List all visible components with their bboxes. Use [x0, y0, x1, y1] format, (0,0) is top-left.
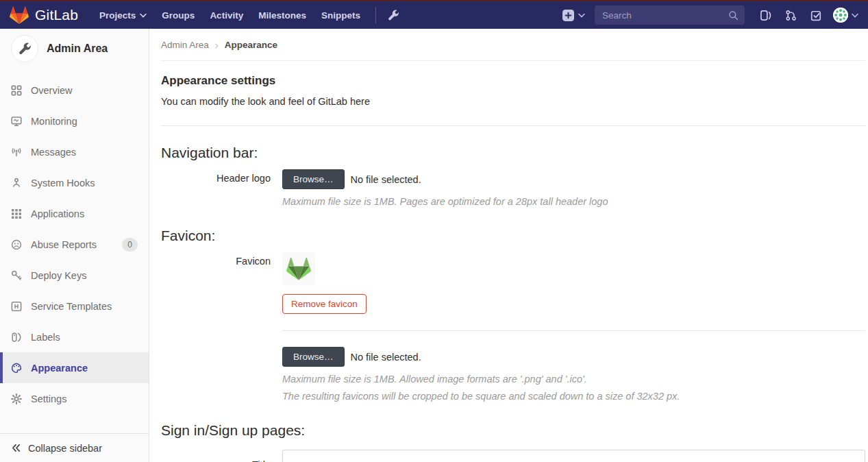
sidebar-item-label: Overview [31, 85, 72, 96]
admin-area-avatar [11, 35, 38, 62]
broadcast-icon [11, 147, 22, 158]
breadcrumb: Admin Area › Appearance [161, 29, 865, 61]
sidebar-item-label: Abuse Reports [31, 239, 97, 250]
sign-in-heading: Sign in/Sign up pages: [161, 422, 865, 439]
sidebar-item-service-templates[interactable]: Service Templates [0, 291, 149, 321]
gitlab-green-tanuki-icon [286, 256, 311, 281]
new-menu-dropdown[interactable] [562, 10, 585, 21]
title-label: Title [161, 450, 271, 462]
chevron-down-icon [852, 13, 858, 18]
main-content: Admin Area › Appearance Appearance setti… [149, 29, 868, 462]
sidebar-item-abuse-reports[interactable]: Abuse Reports 0 [0, 229, 149, 260]
navbar-divider [375, 7, 376, 23]
header-logo-browse-button[interactable]: Browse… [282, 169, 345, 189]
top-navbar: GitLab Projects Groups Activity Mileston… [0, 1, 868, 29]
collapse-sidebar-button[interactable]: Collapse sidebar [0, 433, 149, 462]
issues-icon [760, 10, 771, 21]
page-title: Appearance settings [161, 74, 865, 88]
abuse-reports-count-badge: 0 [122, 238, 138, 252]
favicon-browse-button[interactable]: Browse… [282, 347, 345, 367]
sidebar-item-labels[interactable]: Labels [0, 321, 149, 352]
sidebar-item-settings[interactable]: Settings [0, 383, 149, 414]
sidebar-item-monitoring[interactable]: Monitoring [0, 106, 149, 136]
apps-grid-icon [11, 208, 22, 219]
issues-link[interactable] [753, 1, 778, 29]
template-icon [11, 301, 22, 312]
sidebar-item-label: Labels [31, 332, 60, 343]
sidebar-item-overview[interactable]: Overview [0, 75, 149, 106]
favicon-preview-image [282, 252, 315, 285]
gitlab-home-link[interactable]: GitLab [0, 5, 85, 25]
monitor-icon [11, 116, 22, 127]
sidebar-item-applications[interactable]: Applications [0, 198, 149, 229]
breadcrumb-separator-icon: › [215, 40, 219, 50]
favicon-form-divider [282, 330, 865, 331]
remove-favicon-button[interactable]: Remove favicon [282, 294, 367, 314]
nav-milestones[interactable]: Milestones [251, 1, 314, 29]
sidebar-item-label: Settings [31, 393, 66, 404]
sidebar-item-label: Monitoring [31, 116, 77, 127]
main-layout: Admin Area Overview Monitoring Messages [0, 29, 868, 462]
breadcrumb-admin-area[interactable]: Admin Area [161, 40, 209, 50]
todos-link[interactable] [804, 1, 829, 29]
page-subtitle: You can modify the look and feel of GitL… [161, 96, 865, 107]
merge-request-icon [785, 10, 797, 21]
todo-check-icon [810, 10, 822, 21]
sidebar-title: Admin Area [47, 42, 108, 55]
search-input[interactable] [602, 10, 728, 21]
wrench-icon [18, 42, 32, 56]
collapse-sidebar-label: Collapse sidebar [28, 443, 102, 454]
abuse-frown-icon [11, 239, 22, 250]
sidebar-item-system-hooks[interactable]: System Hooks [0, 167, 149, 198]
merge-requests-link[interactable] [778, 1, 804, 29]
sidebar-item-deploy-keys[interactable]: Deploy Keys [0, 260, 149, 291]
favicon-row: Favicon Remove favicon B [161, 252, 865, 404]
header-logo-help-text: Maximum file size is 1MB. Pages are opti… [282, 195, 865, 209]
chevron-down-icon [140, 13, 147, 18]
sidebar-item-label: Messages [31, 147, 76, 158]
hook-icon [11, 178, 22, 189]
overview-grid-icon [11, 85, 22, 96]
plus-square-icon [562, 10, 574, 21]
sidebar-context-header[interactable]: Admin Area [0, 29, 149, 69]
nav-groups[interactable]: Groups [154, 1, 202, 29]
search-box[interactable] [595, 5, 745, 25]
sidebar-item-label: Applications [31, 208, 84, 219]
sidebar-item-label: Service Templates [31, 301, 112, 312]
admin-sidebar: Admin Area Overview Monitoring Messages [0, 29, 149, 462]
labels-icon [11, 332, 22, 343]
favicon-help-formats: Maximum file size is 1MB. Allowed image … [282, 372, 865, 387]
sign-in-title-input[interactable] [282, 450, 865, 462]
double-chevron-left-icon [11, 443, 21, 453]
section-divider [161, 125, 865, 126]
favicon-no-file-text: No file selected. [351, 352, 421, 363]
title-row: Title [161, 450, 865, 462]
favicon-heading: Favicon: [161, 228, 865, 244]
sidebar-item-messages[interactable]: Messages [0, 136, 149, 167]
navigation-bar-heading: Navigation bar: [161, 145, 865, 161]
user-avatar [833, 8, 848, 23]
sidebar-nav: Overview Monitoring Messages System Hook… [0, 75, 149, 414]
header-logo-label: Header logo [161, 169, 271, 209]
navbar-links: Projects Groups Activity Milestones Snip… [92, 1, 368, 29]
wrench-icon [388, 10, 399, 21]
header-logo-no-file-text: No file selected. [351, 174, 421, 185]
admin-area-link[interactable] [384, 10, 404, 21]
chevron-down-icon [578, 13, 585, 18]
user-menu-dropdown[interactable] [833, 8, 858, 23]
nav-activity[interactable]: Activity [202, 1, 251, 29]
gear-icon [11, 393, 22, 404]
search-icon [728, 10, 739, 21]
favicon-label: Favicon [161, 252, 271, 404]
palette-icon [11, 363, 22, 374]
gitlab-wordmark: GitLab [35, 7, 78, 23]
key-icon [11, 270, 22, 281]
gitlab-tanuki-logo-icon [10, 5, 29, 25]
nav-snippets[interactable]: Snippets [314, 1, 368, 29]
header-logo-row: Header logo Browse… No file selected. Ma… [161, 169, 865, 209]
nav-projects[interactable]: Projects [92, 1, 154, 29]
breadcrumb-current: Appearance [225, 40, 277, 50]
sidebar-item-appearance[interactable]: Appearance [0, 352, 149, 383]
sidebar-item-label: System Hooks [31, 178, 95, 189]
sidebar-item-label: Appearance [31, 363, 88, 374]
